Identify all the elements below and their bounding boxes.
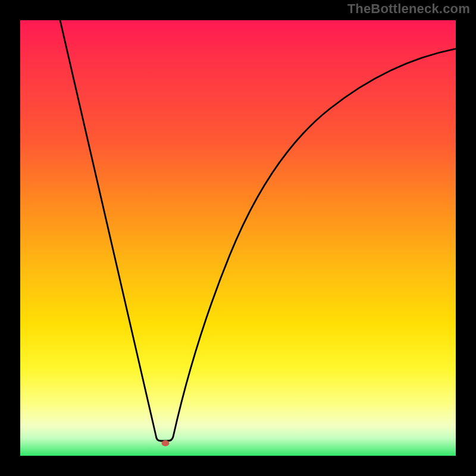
chart-frame: TheBottleneck.com — [0, 0, 476, 476]
curve-line-right — [168, 49, 456, 441]
curve-layer — [20, 20, 456, 456]
plot-area — [20, 20, 456, 456]
curve-line — [60, 20, 168, 441]
attribution-text: TheBottleneck.com — [347, 1, 470, 17]
min-marker — [162, 440, 170, 446]
